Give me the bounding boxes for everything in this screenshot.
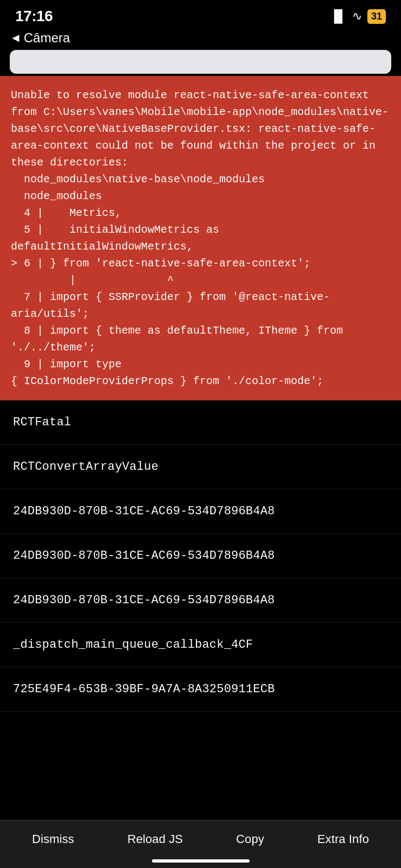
stack-item: _dispatch_main_queue_callback_4CF	[0, 623, 401, 667]
battery-indicator: 31	[367, 9, 386, 24]
back-label: Câmera	[24, 30, 70, 46]
stack-item: 24DB930D-870B-31CE-AC69-534D7896B4A8	[0, 489, 401, 534]
reload-js-button[interactable]: Reload JS	[119, 828, 192, 851]
error-message: Unable to resolve module react-native-sa…	[11, 87, 390, 390]
stack-trace-area: RCTFatal RCTConvertArrayValue 24DB930D-8…	[0, 400, 401, 712]
back-arrow-icon: ◄	[10, 31, 22, 45]
status-time: 17:16	[15, 8, 53, 25]
stack-item: 725E49F4-653B-39BF-9A7A-8A3250911ECB	[0, 667, 401, 712]
action-bar: Dismiss Reload JS Copy Extra Info	[0, 820, 401, 868]
stack-item: 24DB930D-870B-31CE-AC69-534D7896B4A8	[0, 534, 401, 578]
home-indicator	[152, 859, 250, 863]
dismiss-button[interactable]: Dismiss	[23, 828, 83, 851]
wifi-icon: ∿	[352, 9, 362, 23]
search-bar[interactable]	[10, 50, 391, 74]
status-icons: ▐▌ ∿ 31	[330, 9, 386, 24]
stack-item: RCTConvertArrayValue	[0, 445, 401, 489]
action-buttons: Dismiss Reload JS Copy Extra Info	[0, 820, 401, 856]
error-panel: Unable to resolve module react-native-sa…	[0, 76, 401, 400]
status-bar: 17:16 ▐▌ ∿ 31	[0, 0, 401, 27]
signal-icon: ▐▌	[330, 9, 347, 23]
back-nav[interactable]: ◄ Câmera	[0, 27, 401, 50]
stack-item: 24DB930D-870B-31CE-AC69-534D7896B4A8	[0, 578, 401, 623]
copy-button[interactable]: Copy	[227, 828, 273, 851]
stack-item: RCTFatal	[0, 400, 401, 445]
extra-info-button[interactable]: Extra Info	[309, 828, 378, 851]
